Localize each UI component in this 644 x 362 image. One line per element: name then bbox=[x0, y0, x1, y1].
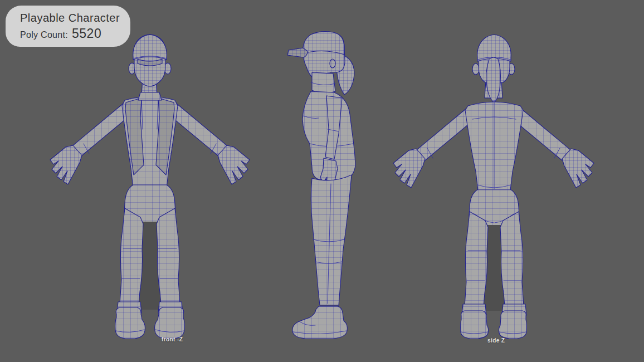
character-title: Playable Character bbox=[20, 11, 120, 25]
side-legs-wireframe bbox=[311, 175, 352, 305]
back-shoe-right-wireframe bbox=[499, 311, 526, 339]
front-arm-left-wireframe bbox=[72, 104, 131, 156]
front-leg-right-wireframe bbox=[157, 208, 180, 304]
front-collar-wireframe bbox=[138, 92, 162, 100]
character-back-view[interactable] bbox=[393, 35, 594, 339]
back-ear-left-wireframe bbox=[472, 63, 479, 75]
character-front-view[interactable] bbox=[50, 35, 250, 339]
back-hand-right-wireframe bbox=[562, 149, 594, 188]
poly-count-value: 5520 bbox=[72, 26, 101, 41]
viewport[interactable]: Playable Character Poly Count: 5520 fron… bbox=[0, 0, 644, 362]
back-hand-left-wireframe bbox=[393, 149, 425, 188]
front-leg-left-wireframe bbox=[120, 208, 143, 304]
model-canvas[interactable] bbox=[0, 0, 644, 362]
front-hand-left-wireframe bbox=[50, 145, 82, 184]
front-shoe-left-wireframe bbox=[115, 307, 145, 339]
side-ear-wireframe bbox=[330, 59, 335, 68]
side-cap-brim-wireframe bbox=[287, 48, 308, 57]
view-label-side: side Z bbox=[487, 337, 505, 344]
info-badge: Playable Character Poly Count: 5520 bbox=[6, 6, 130, 47]
back-shoe-left-wireframe bbox=[461, 311, 489, 339]
poly-count-label: Poly Count: bbox=[20, 30, 68, 40]
front-arm-right-wireframe bbox=[169, 104, 227, 156]
side-collar-wireframe bbox=[312, 72, 335, 94]
character-side-view[interactable] bbox=[287, 32, 355, 339]
front-shoe-right-wireframe bbox=[155, 307, 185, 339]
front-hand-right-wireframe bbox=[218, 145, 250, 184]
view-label-front: front -Z bbox=[162, 336, 183, 343]
